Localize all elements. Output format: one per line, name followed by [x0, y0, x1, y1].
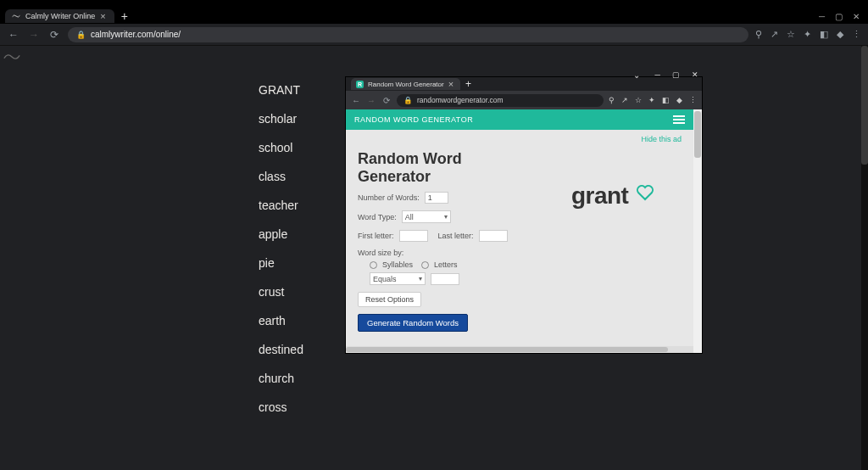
popup-tabstrip: ⌄ ─ ▢ ✕ R Random Word Generator × +: [346, 77, 702, 91]
popup-address-bar[interactable]: 🔒 randomwordgenerator.com: [397, 94, 604, 107]
label-number-of-words: Number of Words:: [358, 193, 420, 202]
extensions-icon[interactable]: ✦: [804, 29, 811, 40]
toolbar-icons: ⚲ ↗ ☆ ✦ ◧ ◆ ⋮: [755, 29, 861, 40]
popup-hscrollbar[interactable]: [346, 346, 693, 353]
select-word-type-value: All: [405, 213, 414, 221]
os-titlebar: [0, 0, 868, 8]
calmly-logo-icon[interactable]: [3, 51, 20, 63]
word: church: [259, 372, 303, 384]
popup-forward-button[interactable]: →: [366, 96, 376, 105]
reload-button[interactable]: ⟳: [47, 29, 61, 41]
label-last-letter: Last letter:: [438, 232, 474, 240]
window-controls: ─ ▢ ✕: [819, 12, 868, 21]
back-button[interactable]: ←: [7, 29, 20, 41]
forward-button[interactable]: →: [27, 29, 41, 41]
heading-line2: Generator: [358, 168, 431, 185]
popup-extensions-icon[interactable]: ✦: [648, 96, 655, 104]
row-word-size-value: Equals: [358, 272, 533, 285]
popup-close-icon[interactable]: ✕: [692, 70, 698, 80]
word: school: [259, 142, 303, 154]
popup-tab-title: Random Word Generator: [368, 81, 444, 88]
minimize-icon[interactable]: ─: [819, 12, 825, 21]
hamburger-icon[interactable]: [673, 115, 685, 124]
main-area: Random Word Generator Number of Words: 1…: [346, 143, 693, 332]
puzzle-icon[interactable]: ◧: [820, 29, 828, 40]
page-scroll-thumb[interactable]: [861, 46, 868, 165]
popup-profile-icon[interactable]: ◆: [676, 96, 682, 104]
radio-letters[interactable]: [421, 261, 429, 269]
input-size-value[interactable]: [431, 273, 459, 285]
word: apple: [259, 228, 303, 240]
browser-tab[interactable]: Calmly Writer Online ×: [5, 9, 114, 23]
popup-vscroll-thumb[interactable]: [694, 111, 701, 158]
address-bar[interactable]: 🔒 calmlywriter.com/online/: [68, 27, 748, 42]
tab-strip: Calmly Writer Online × + ─ ▢ ✕: [0, 8, 868, 24]
label-word-size: Word size by:: [358, 249, 403, 257]
popup-toolbar: ← → ⟳ 🔒 randomwordgenerator.com ⚲ ↗ ☆ ✦ …: [346, 91, 702, 109]
profile-icon[interactable]: ◆: [837, 29, 843, 40]
result-word: grant: [571, 182, 629, 210]
page-heading: Random Word Generator: [358, 150, 533, 185]
share-icon[interactable]: ↗: [771, 29, 778, 40]
popup-vscrollbar[interactable]: [693, 109, 702, 353]
form-column: Random Word Generator Number of Words: 1…: [346, 143, 533, 332]
popup-back-button[interactable]: ←: [351, 96, 361, 105]
label-first-letter: First letter:: [358, 232, 394, 240]
search-icon[interactable]: ⚲: [755, 29, 762, 40]
close-tab-icon[interactable]: ×: [100, 11, 105, 21]
popup-window-controls: ⌄ ─ ▢ ✕: [633, 70, 698, 80]
browser-toolbar: ← → ⟳ 🔒 calmlywriter.com/online/ ⚲ ↗ ☆ ✦…: [0, 24, 868, 46]
popup-new-tab-button[interactable]: +: [460, 78, 476, 90]
word: class: [259, 171, 303, 182]
popup-share-icon[interactable]: ↗: [621, 96, 628, 104]
word: cross: [259, 401, 303, 413]
popup-bookmark-icon[interactable]: ☆: [635, 96, 642, 104]
label-letters: Letters: [434, 260, 458, 269]
word: destined: [259, 344, 303, 355]
word: earth: [259, 315, 303, 327]
url-host: calmlywriter.com/online/: [91, 30, 181, 39]
popup-lock-icon: 🔒: [403, 96, 413, 104]
input-last-letter[interactable]: [479, 230, 508, 242]
popup-toolbar-icons: ⚲ ↗ ☆ ✦ ◧ ◆ ⋮: [609, 96, 697, 104]
word: pie: [259, 257, 303, 269]
label-word-type: Word Type:: [358, 213, 397, 221]
page-content: GRANT scholar school class teacher apple…: [0, 46, 868, 470]
generate-button[interactable]: Generate Random Words: [358, 314, 468, 332]
select-size-comparator[interactable]: Equals: [370, 272, 426, 285]
popup-minimize-icon[interactable]: ─: [655, 70, 660, 80]
popup-maximize-icon[interactable]: ▢: [672, 70, 680, 80]
heart-icon[interactable]: [635, 182, 655, 203]
new-tab-button[interactable]: +: [114, 9, 135, 23]
editor-text[interactable]: GRANT scholar school class teacher apple…: [259, 84, 303, 430]
word: scholar: [259, 113, 303, 125]
select-size-comparator-value: Equals: [373, 275, 397, 283]
input-number-of-words[interactable]: 1: [425, 192, 448, 204]
radio-syllables[interactable]: [370, 261, 377, 269]
maximize-icon[interactable]: ▢: [835, 12, 843, 21]
brand-title[interactable]: RANDOM WORD GENERATOR: [354, 115, 473, 124]
popup-hscroll-thumb[interactable]: [346, 347, 668, 352]
label-syllables: Syllables: [382, 260, 413, 269]
word: teacher: [259, 199, 303, 211]
popup-search-icon[interactable]: ⚲: [609, 96, 615, 104]
hide-ad-link[interactable]: Hide this ad: [346, 130, 693, 143]
close-window-icon[interactable]: ✕: [853, 12, 860, 21]
row-word-type: Word Type: All: [358, 210, 533, 223]
bookmark-icon[interactable]: ☆: [787, 29, 795, 40]
popup-menu-icon[interactable]: ⋮: [689, 96, 697, 104]
popup-tab-close-icon[interactable]: ×: [448, 79, 453, 89]
chevron-down-icon[interactable]: ⌄: [633, 70, 640, 80]
word: crust: [259, 286, 303, 298]
popup-reload-button[interactable]: ⟳: [381, 96, 392, 105]
kebab-menu-icon[interactable]: ⋮: [852, 29, 861, 40]
popup-panel-icon[interactable]: ◧: [662, 96, 670, 104]
select-word-type[interactable]: All: [402, 210, 451, 223]
popup-url-text: randomwordgenerator.com: [417, 96, 504, 104]
page-scrollbar[interactable]: [861, 46, 868, 470]
reset-button[interactable]: Reset Options: [358, 292, 421, 307]
input-first-letter[interactable]: [399, 230, 428, 242]
calmly-favicon: [12, 12, 20, 20]
row-word-size-radios: Syllables Letters: [358, 260, 533, 269]
popup-tab[interactable]: R Random Word Generator ×: [351, 78, 460, 90]
